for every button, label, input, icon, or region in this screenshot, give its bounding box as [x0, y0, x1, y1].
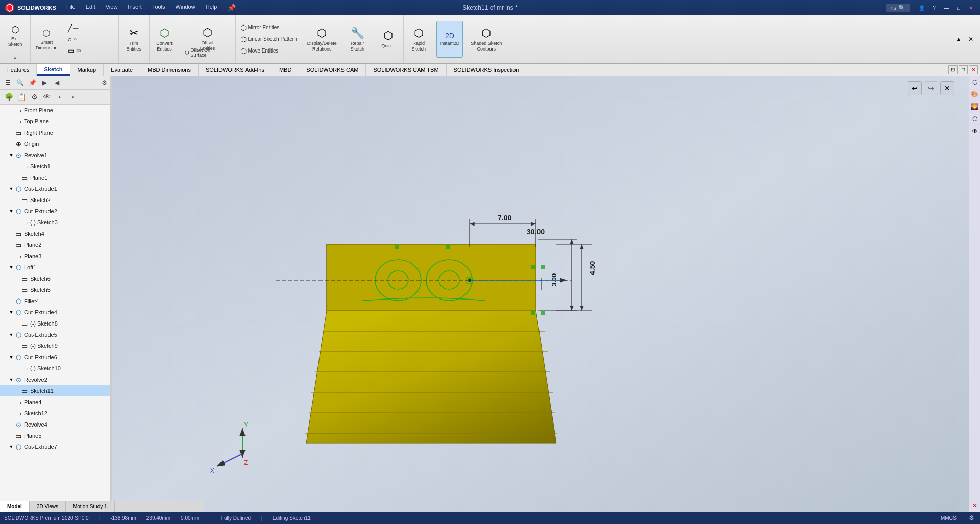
expand-sketch11[interactable] — [14, 388, 20, 394]
menu-file[interactable]: File — [61, 2, 81, 14]
rp-close-button[interactable]: ✕ — [970, 501, 980, 511]
tab-markup[interactable]: Markup — [70, 64, 104, 76]
feature-filter-button[interactable]: ☰ — [2, 77, 13, 88]
tab-solidworks-addins[interactable]: SOLIDWORKS Add-Ins — [199, 64, 272, 76]
expand-plane4[interactable] — [8, 399, 14, 405]
feature-tree-tab[interactable]: 🌳 — [3, 91, 14, 103]
tab-solidworks-cam-tbm[interactable]: SOLIDWORKS CAM TBM — [366, 64, 446, 76]
viewport[interactable]: 7.00 30.00 4.50 3.00 Y Z X ↩ ↪ ✕ — [112, 76, 970, 512]
rect-tool-button[interactable]: ▭ ▭ — [65, 45, 116, 56]
menu-view[interactable]: View — [101, 2, 123, 14]
expand-revolve4[interactable] — [8, 421, 14, 428]
minimize-button[interactable]: — — [941, 3, 951, 12]
tree-item-right-plane[interactable]: ▭ Right Plane — [0, 127, 112, 138]
shaded-sketch-contours-button[interactable]: ⬡ Shaded SketchContours — [468, 21, 505, 58]
expand-plane3[interactable] — [8, 253, 14, 259]
tree-item-plane4[interactable]: ▭ Plane4 — [0, 396, 112, 408]
tree-item-origin[interactable]: ⊕ Origin — [0, 138, 112, 149]
feature-arrow-right-button[interactable]: ▶ — [39, 77, 50, 88]
expand-cut-extrude4[interactable]: ▼ — [8, 309, 14, 315]
config-tab[interactable]: ⚙ — [29, 91, 40, 103]
menu-edit[interactable]: Edit — [81, 2, 101, 14]
btab-3d-views[interactable]: 3D Views — [30, 501, 66, 512]
tree-item-front-plane[interactable]: ▭ Front Plane — [0, 105, 112, 116]
circle-tool-button[interactable]: ○ ○ — [65, 34, 116, 45]
feature-collapse-button[interactable]: ◂ — [67, 91, 78, 103]
menu-help[interactable]: Help — [201, 2, 223, 14]
expand-plane1[interactable] — [14, 174, 20, 181]
tree-item-fillet4[interactable]: ⬡ Fillet4 — [0, 295, 112, 307]
expand-cut-extrude1[interactable]: ▼ — [8, 186, 14, 192]
convert-entities-button[interactable]: ⬡ ConvertEntities — [152, 21, 177, 58]
rp-appearances-button[interactable]: 🎨 — [970, 89, 980, 99]
display-tab[interactable]: 👁 — [41, 91, 53, 103]
viewport-redo-button[interactable]: ↪ — [924, 81, 938, 95]
expand-sketch2[interactable] — [14, 197, 20, 203]
pin-icon[interactable]: 📌 — [222, 2, 241, 14]
tree-item-cut-extrude7[interactable]: ▼ ⬡ Cut-Extrude7 — [0, 441, 112, 453]
tree-item-plane1[interactable]: ▭ Plane1 — [0, 172, 112, 183]
expand-cut-extrude2[interactable]: ▼ — [8, 208, 14, 214]
tab-features[interactable]: Features — [0, 64, 37, 76]
tree-item-sketch6[interactable]: ▭ Sketch6 — [0, 273, 112, 284]
tree-item-sketch12[interactable]: ▭ Sketch12 — [0, 408, 112, 419]
tree-item-sketch3[interactable]: ▭ (-) Sketch3 — [0, 217, 112, 228]
exit-sketch-button[interactable]: ⬡ ExitSketch — [3, 17, 28, 54]
tree-item-cut-extrude2[interactable]: ▼ ⬡ Cut-Extrude2 — [0, 206, 112, 217]
expand-sketch8[interactable] — [14, 320, 20, 327]
feature-filter-icon[interactable]: ⚙ — [99, 77, 110, 88]
tree-item-top-plane[interactable]: ▭ Top Plane — [0, 116, 112, 127]
menu-tools[interactable]: Tools — [147, 2, 170, 14]
quick-snaps-button[interactable]: ⬡ Quic... — [375, 21, 401, 58]
search-icon[interactable]: 🔍 — [898, 5, 905, 11]
tree-item-cut-extrude4[interactable]: ▼ ⬡ Cut-Extrude4 — [0, 307, 112, 318]
expand-cut-extrude5[interactable]: ▼ — [8, 332, 14, 338]
feature-pin-button[interactable]: 📌 — [27, 77, 38, 88]
menu-insert[interactable]: Insert — [122, 2, 147, 14]
rp-scene-button[interactable]: 🌄 — [970, 102, 980, 112]
feature-search-button[interactable]: 🔍 — [14, 77, 26, 88]
tree-item-cut-extrude5[interactable]: ▼ ⬡ Cut-Extrude5 — [0, 329, 112, 340]
repair-sketch-button[interactable]: 🔧 RepairSketch — [345, 21, 370, 58]
instant2d-button[interactable]: 2D Instant2D — [436, 21, 463, 58]
trim-entities-button[interactable]: ✂ TrimEntities — [121, 21, 146, 58]
tree-item-sketch11[interactable]: ▭ Sketch11 — [0, 385, 112, 396]
tree-item-revolve1[interactable]: ▼ ⊙ Revolve1 — [0, 149, 112, 161]
expand-plane5[interactable] — [8, 433, 14, 439]
tree-item-cut-extrude1[interactable]: ▼ ⬡ Cut-Extrude1 — [0, 183, 112, 194]
expand-top-plane[interactable] — [8, 118, 14, 124]
menu-window[interactable]: Window — [170, 2, 201, 14]
tree-item-cut-extrude6[interactable]: ▼ ⬡ Cut-Extrude6 — [0, 352, 112, 363]
tab-evaluate[interactable]: Evaluate — [104, 64, 140, 76]
tab-mbd[interactable]: MBD — [272, 64, 299, 76]
expand-sketch5[interactable] — [14, 287, 20, 293]
ribbon-close-button[interactable]: ✕ — [966, 34, 976, 44]
viewport-close-button[interactable]: ✕ — [940, 81, 954, 95]
tree-item-sketch5[interactable]: ▭ Sketch5 — [0, 284, 112, 295]
tree-item-revolve2[interactable]: ▼ ⊙ Revolve2 — [0, 374, 112, 385]
tree-item-sketch8[interactable]: ▭ (-) Sketch8 — [0, 318, 112, 329]
tab-sketch[interactable]: Sketch — [37, 64, 70, 76]
expand-front-plane[interactable] — [8, 107, 14, 113]
expand-loft1[interactable]: ▼ — [8, 264, 14, 270]
btab-motion-study-1[interactable]: Motion Study 1 — [66, 501, 115, 512]
rapid-sketch-button[interactable]: ⬡ RapidSketch — [406, 21, 431, 58]
tab-solidworks-inspection[interactable]: SOLIDWORKS Inspection — [447, 64, 527, 76]
line-tool-button[interactable]: ╱ — — [65, 22, 116, 34]
restore-button[interactable]: □ — [953, 3, 964, 12]
tree-item-sketch1[interactable]: ▭ Sketch1 — [0, 161, 112, 172]
tree-item-sketch2[interactable]: ▭ Sketch2 — [0, 194, 112, 206]
rp-realview-button[interactable]: 👁 — [970, 126, 980, 136]
close-button[interactable]: ✕ — [966, 3, 976, 12]
expand-sketch10[interactable] — [14, 365, 20, 371]
expand-origin[interactable] — [8, 141, 14, 147]
property-tab[interactable]: 📋 — [16, 91, 27, 103]
rp-decals-button[interactable]: ⬡ — [970, 114, 980, 124]
rp-display-pane-button[interactable]: ⬡ — [970, 77, 980, 87]
tab-restore-button[interactable]: ⊡ — [948, 65, 958, 74]
expand-sketch6[interactable] — [14, 276, 20, 282]
tree-item-sketch4[interactable]: ▭ Sketch4 — [0, 228, 112, 239]
mirror-entities-button[interactable]: ⬡ Mirror Entities — [238, 22, 300, 33]
tree-item-plane3[interactable]: ▭ Plane3 — [0, 251, 112, 262]
tab-solidworks-cam[interactable]: SOLIDWORKS CAM — [299, 64, 366, 76]
